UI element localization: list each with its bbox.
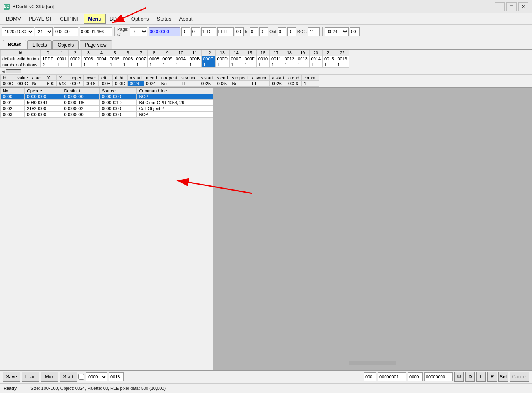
bogs-numbtns-val-15[interactable]: 1 [243,62,256,68]
tab-bogs[interactable]: BOGs [3,40,26,49]
num2-input[interactable] [191,27,200,36]
in-val2-input[interactable] [259,27,268,36]
last-dropdown[interactable]: 0024 [325,27,349,36]
bogs-default-val-19[interactable]: 0013 [296,56,309,62]
bogs-numbtns-val-22[interactable]: 1 [336,62,349,68]
tab-pageview[interactable]: Page view [80,40,112,49]
start-button[interactable]: Start [60,372,77,382]
u-button[interactable]: U [454,372,464,382]
menu-bdmv[interactable]: BDMV [2,14,25,23]
btn-detail-val-3[interactable]: 590 [45,81,56,87]
btn-detail-val-2[interactable]: No [30,81,45,87]
hex4-input[interactable] [235,27,244,36]
btn-detail-val-11[interactable]: No [159,81,179,87]
horizontal-scroll[interactable]: ◄ [0,68,532,75]
bogs-default-val-12[interactable]: 000C [202,56,215,62]
bogs-default-val-22[interactable]: 0016 [336,56,349,62]
footer-val3-input[interactable] [408,372,423,381]
bogs-numbtns-val-8[interactable]: 1 [147,62,161,68]
bogs-default-val-5[interactable]: 0005 [108,56,121,62]
save-button[interactable]: Save [3,372,20,382]
bogs-numbtns-val-3[interactable]: 1 [82,62,95,68]
cancel-button[interactable]: Cancel [510,372,529,382]
footer-num2-input[interactable] [109,372,124,381]
bogs-numbtns-val-6[interactable]: 1 [121,62,134,68]
bogs-default-val-0[interactable]: 1FDE [41,56,55,62]
last-val-input[interactable] [350,27,360,36]
bogs-default-val-1[interactable]: 0001 [55,56,68,62]
fps-select[interactable]: 24 [35,27,53,36]
preview-scrollbar[interactable] [349,361,396,365]
bogs-numbtns-val-21[interactable]: 1 [323,62,336,68]
cmd-row-0[interactable]: 0000000000000000000000000000NOP [1,94,213,100]
r-button[interactable]: R [487,372,497,382]
bogs-default-val-6[interactable]: 0006 [121,56,134,62]
bogs-numbtns-val-13[interactable]: 1 [215,62,229,68]
l-button[interactable]: L [476,372,486,382]
cmd-row-3[interactable]: 0003000000000000000000000000NOP [1,112,213,118]
maximize-button[interactable]: □ [506,2,517,11]
menu-status[interactable]: Status [153,14,175,23]
bogs-numbtns-val-4[interactable]: 1 [95,62,108,68]
in-val1-input[interactable] [250,27,258,36]
hex3-input[interactable] [217,27,234,36]
btn-detail-val-14[interactable]: 0025 [215,81,230,87]
bogs-default-val-7[interactable]: 0007 [134,56,147,62]
bogs-numbtns-val-16[interactable]: 1 [256,62,269,68]
btn-detail-val-16[interactable]: FF [250,81,270,87]
btn-detail-val-8[interactable]: 000D [113,81,127,87]
btn-detail-val-5[interactable]: 0002 [68,81,84,87]
footer-val2-input[interactable] [378,372,406,381]
bogs-default-val-2[interactable]: 0002 [68,56,81,62]
sel-button[interactable]: Sel [498,372,508,382]
btn-detail-val-13[interactable]: 0025 [199,81,215,87]
menu-about[interactable]: About [175,14,196,23]
bogs-default-val-4[interactable]: 0004 [95,56,108,62]
mux-button[interactable]: Mux [41,372,58,382]
btn-detail-val-0[interactable]: 000C [1,81,15,87]
hex2-input[interactable] [201,27,216,36]
bogs-numbtns-val-7[interactable]: 1 [134,62,147,68]
bogs-numbtns-val-5[interactable]: 1 [108,62,121,68]
btn-detail-val-15[interactable]: No [230,81,250,87]
bogs-numbtns-val-2[interactable]: 1 [68,62,81,68]
bogs-default-val-21[interactable]: 0015 [323,56,336,62]
minimize-button[interactable]: – [495,2,505,11]
timecode2-input[interactable] [80,27,112,36]
bogs-numbtns-val-14[interactable]: 1 [229,62,243,68]
footer-val4-input[interactable] [424,372,453,381]
close-button[interactable]: ✕ [518,2,528,11]
bogs-default-val-16[interactable]: 0010 [256,56,269,62]
menu-playlist[interactable]: PLAYLIST [25,14,56,23]
bogs-default-val-15[interactable]: 000F [243,56,256,62]
menu-menu[interactable]: Menu [84,14,106,24]
bogs-default-val-17[interactable]: 0011 [270,56,283,62]
bogs-numbtns-val-19[interactable]: 1 [296,62,309,68]
btn-detail-val-12[interactable]: FF [179,81,199,87]
bogs-default-val-13[interactable]: 000D [215,56,229,62]
page-select[interactable]: 0 [130,27,147,36]
bogs-default-val-11[interactable]: 000B [188,56,202,62]
bogs-default-val-20[interactable]: 0014 [309,56,322,62]
bogs-default-val-8[interactable]: 0008 [147,56,161,62]
load-button[interactable]: Load [22,372,39,382]
btn-detail-val-7[interactable]: 000B [98,81,113,87]
bogs-numbtns-val-1[interactable]: 1 [55,62,68,68]
bogs-default-val-3[interactable]: 0003 [82,56,95,62]
bogs-numbtns-val-20[interactable]: 1 [309,62,322,68]
hex1-input[interactable] [149,27,180,36]
bogs-numbtns-val-0[interactable]: 2 [41,62,55,68]
out-val1-input[interactable] [278,27,286,36]
bogs-default-val-14[interactable]: 000E [229,56,243,62]
out-val2-input[interactable] [287,27,296,36]
bogs-numbtns-val-12[interactable]: 1 [202,62,215,68]
btn-detail-val-17[interactable]: 0026 [270,81,286,87]
bog-val-input[interactable] [308,27,320,36]
menu-bdjo[interactable]: BDJO [106,14,127,23]
bogs-default-val-10[interactable]: 000A [174,56,188,62]
menu-clipinf[interactable]: CLIPINF [56,14,84,23]
bogs-numbtns-val-9[interactable]: 1 [161,62,174,68]
footer-val1-input[interactable] [364,372,376,381]
tab-objects[interactable]: Objects [52,40,79,49]
resolution-select[interactable]: 1920x1080 [2,27,34,36]
